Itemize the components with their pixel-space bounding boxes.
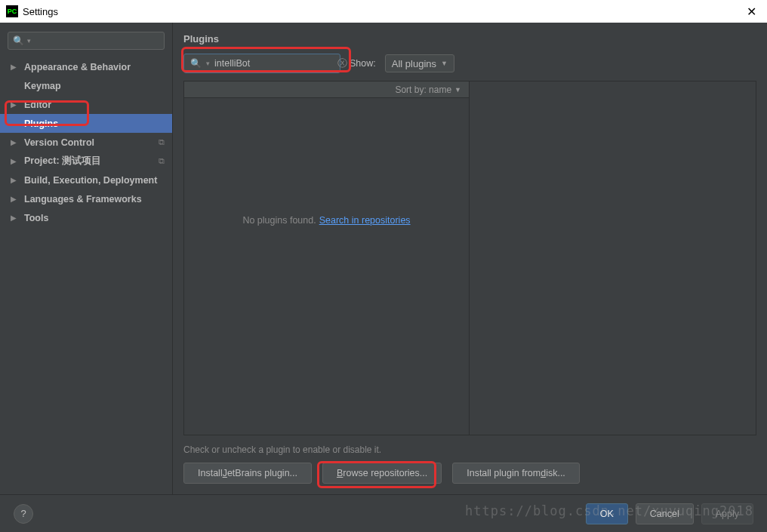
sidebar-item-project[interactable]: ▶ Project: 测试项目 ⧉ bbox=[0, 152, 172, 171]
sidebar-item-label: Build, Execution, Deployment bbox=[24, 175, 172, 186]
dropdown-value: All plugins bbox=[392, 58, 436, 69]
sidebar-item-label: Version Control bbox=[24, 137, 151, 148]
plugin-search-row: 🔍 ▾ ⓧ Show: All plugins ▼ bbox=[173, 51, 767, 81]
chevron-right-icon: ▶ bbox=[11, 138, 17, 146]
install-jetbrains-button[interactable]: Install JetBrains plugin... bbox=[183, 463, 312, 484]
sidebar-item-label: Editor bbox=[24, 100, 172, 110]
empty-state: No plugins found. Search in repositories bbox=[184, 98, 469, 435]
browse-repositories-button[interactable]: Browse repositories... bbox=[322, 463, 442, 484]
sidebar-item-editor[interactable]: ▶ Editor bbox=[0, 95, 172, 114]
install-from-disk-button[interactable]: Install plugin from disk... bbox=[452, 463, 580, 484]
clear-icon[interactable]: ⓧ bbox=[337, 57, 347, 70]
chevron-right-icon: ▶ bbox=[11, 176, 17, 184]
footer-buttons: OK Cancel Apply bbox=[586, 503, 753, 524]
plugin-split-area: Sort by: name ▼ No plugins found. Search… bbox=[183, 81, 756, 435]
chevron-down-icon: ▼ bbox=[454, 86, 461, 94]
chevron-right-icon: ▶ bbox=[11, 157, 17, 165]
empty-text: No plugins found. bbox=[242, 215, 316, 226]
search-icon: 🔍 bbox=[190, 58, 202, 69]
sidebar-item-label: Keymap bbox=[24, 81, 172, 91]
plugin-search-input[interactable] bbox=[214, 58, 333, 69]
dropdown-arrow-icon: ▾ bbox=[27, 37, 31, 45]
dialog-content: 🔍 ▾ ▶ Appearance & Behavior ▶ Keymap ▶ E… bbox=[0, 23, 767, 494]
sidebar-item-label: Appearance & Behavior bbox=[24, 62, 172, 72]
sidebar-item-label: Project: 测试项目 bbox=[24, 155, 151, 168]
page-title: Plugins bbox=[173, 23, 767, 51]
chevron-right-icon: ▶ bbox=[11, 195, 17, 203]
help-button[interactable]: ? bbox=[14, 504, 33, 524]
chevron-down-icon: ▼ bbox=[441, 60, 448, 67]
project-scope-icon: ⧉ bbox=[159, 137, 165, 147]
window-title: Settings bbox=[23, 6, 58, 17]
sidebar-item-label: Tools bbox=[24, 213, 172, 223]
settings-sidebar: 🔍 ▾ ▶ Appearance & Behavior ▶ Keymap ▶ E… bbox=[0, 23, 173, 494]
sidebar-item-languages[interactable]: ▶ Languages & Frameworks bbox=[0, 189, 172, 208]
sidebar-item-plugins[interactable]: ▶ Plugins bbox=[0, 114, 172, 133]
chevron-right-icon: ▶ bbox=[11, 63, 17, 71]
search-repositories-link[interactable]: Search in repositories bbox=[319, 215, 411, 226]
app-icon: PC bbox=[6, 5, 18, 17]
ok-button[interactable]: OK bbox=[586, 503, 628, 524]
plugin-search[interactable]: 🔍 ▾ ⓧ bbox=[183, 54, 340, 73]
plugin-list-pane: Sort by: name ▼ No plugins found. Search… bbox=[184, 81, 470, 435]
sidebar-item-label: Languages & Frameworks bbox=[24, 194, 172, 204]
apply-button[interactable]: Apply bbox=[701, 503, 753, 524]
sort-label: Sort by: name bbox=[395, 85, 451, 95]
sidebar-item-label: Plugins bbox=[24, 118, 172, 129]
close-icon[interactable]: ✕ bbox=[742, 5, 761, 19]
chevron-right-icon: ▶ bbox=[11, 100, 17, 109]
dialog-footer: ? OK Cancel Apply bbox=[0, 494, 767, 532]
sidebar-item-version-control[interactable]: ▶ Version Control ⧉ bbox=[0, 133, 172, 152]
project-scope-icon: ⧉ bbox=[159, 156, 165, 166]
sort-header[interactable]: Sort by: name ▼ bbox=[184, 81, 469, 98]
sidebar-search[interactable]: 🔍 ▾ bbox=[8, 32, 165, 50]
sidebar-item-build[interactable]: ▶ Build, Execution, Deployment bbox=[0, 171, 172, 189]
hint-text: Check or uncheck a plugin to enable or d… bbox=[173, 435, 767, 463]
settings-main-panel: Plugins 🔍 ▾ ⓧ Show: All plugins ▼ Sort b… bbox=[173, 23, 767, 494]
sidebar-item-keymap[interactable]: ▶ Keymap bbox=[0, 76, 172, 95]
plugin-detail-pane bbox=[470, 81, 756, 435]
sidebar-item-tools[interactable]: ▶ Tools bbox=[0, 208, 172, 227]
dropdown-arrow-icon: ▾ bbox=[206, 60, 210, 67]
search-icon: 🔍 bbox=[13, 35, 24, 46]
chevron-right-icon: ▶ bbox=[11, 214, 17, 222]
title-bar: PC Settings ✕ bbox=[0, 0, 767, 23]
cancel-button[interactable]: Cancel bbox=[636, 503, 694, 524]
show-filter-dropdown[interactable]: All plugins ▼ bbox=[385, 54, 454, 72]
show-label: Show: bbox=[350, 58, 376, 69]
plugin-action-buttons: Install JetBrains plugin... Browse repos… bbox=[173, 463, 767, 494]
title-left: PC Settings bbox=[6, 5, 58, 17]
sidebar-item-appearance[interactable]: ▶ Appearance & Behavior bbox=[0, 57, 172, 76]
